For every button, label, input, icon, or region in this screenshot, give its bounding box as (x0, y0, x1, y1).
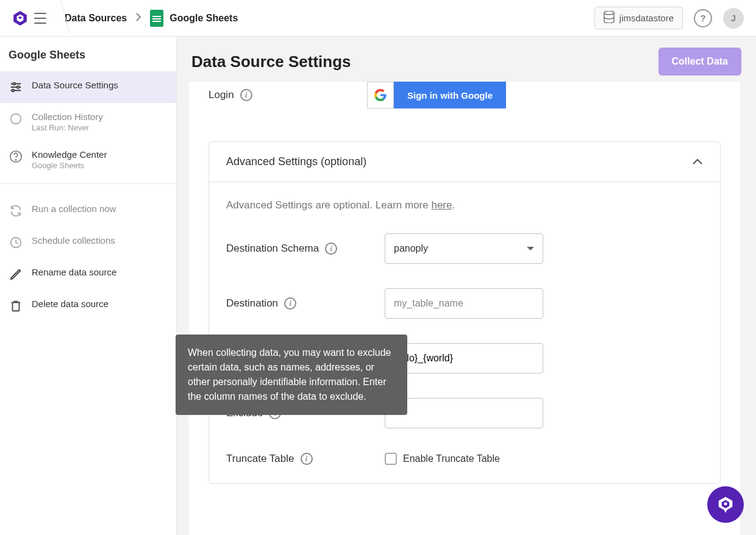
avatar[interactable]: J (723, 8, 744, 29)
svg-point-11 (724, 502, 727, 505)
sidebar-action-label: Rename data source (32, 267, 116, 277)
advanced-settings-toggle[interactable]: Advanced Settings (optional) (209, 142, 720, 182)
google-logo-icon (374, 88, 387, 102)
breadcrumb: Data Sources Google Sheets (65, 10, 238, 27)
svg-point-4 (17, 86, 20, 88)
svg-point-6 (12, 90, 15, 92)
chat-fab[interactable] (707, 486, 744, 523)
google-signin-button[interactable]: Sign in with Google (367, 82, 506, 108)
breadcrumb-current: Google Sheets (169, 13, 238, 24)
truncate-checkbox-label: Enable Truncate Table (403, 453, 500, 464)
svg-point-2 (13, 83, 15, 85)
destination-label: Destination (226, 297, 278, 310)
advanced-settings-heading: Advanced Settings (optional) (226, 155, 366, 168)
info-icon[interactable]: i (284, 297, 296, 310)
sidebar-item-sublabel: Google Sheets (32, 161, 107, 170)
chevron-up-icon (692, 157, 703, 168)
sidebar-item-label: Knowledge Center (32, 149, 107, 160)
google-sheets-icon (150, 10, 163, 27)
sidebar: Google Sheets Data Source Settings Colle… (0, 37, 177, 535)
sidebar-item-sublabel: Last Run: Never (32, 123, 103, 132)
info-icon[interactable]: i (325, 243, 337, 255)
truncate-checkbox[interactable] (385, 453, 397, 465)
sidebar-action-delete[interactable]: Delete data source (0, 290, 176, 322)
collect-data-button[interactable]: Collect Data (658, 48, 741, 76)
page-title: Data Source Settings (191, 52, 351, 71)
datastore-selector[interactable]: jimsdatastore (594, 7, 683, 29)
help-circle-icon (9, 149, 23, 164)
sidebar-item-label: Collection History (32, 112, 103, 122)
refresh-icon (9, 204, 23, 218)
destination-input[interactable] (394, 298, 534, 309)
sidebar-action-label: Delete data source (32, 299, 109, 309)
chevron-right-icon (135, 13, 141, 24)
sidebar-item-knowledge-center[interactable]: Knowledge Center Google Sheets (0, 141, 176, 179)
info-icon[interactable]: i (301, 453, 313, 465)
sidebar-action-label: Schedule collections (32, 235, 115, 246)
exclude-input[interactable] (394, 408, 534, 419)
database-icon (604, 11, 615, 25)
sidebar-title: Google Sheets (0, 37, 176, 71)
sliders-icon (9, 80, 23, 94)
help-icon[interactable]: ? (694, 9, 712, 27)
learn-more-link[interactable]: here (431, 199, 452, 211)
caret-down-icon (527, 247, 534, 250)
google-signin-label: Sign in with Google (394, 82, 506, 108)
clock-icon (9, 235, 23, 250)
destination-schema-select[interactable]: panoply (385, 233, 543, 264)
app-logo[interactable] (12, 10, 28, 26)
sidebar-item-label: Data Source Settings (32, 80, 118, 90)
sidebar-action-label: Run a collection now (32, 204, 116, 214)
pencil-icon (9, 267, 23, 282)
login-label: Login (209, 89, 234, 101)
sidebar-item-data-source-settings[interactable]: Data Source Settings (0, 71, 176, 103)
datastore-name: jimsdatastore (619, 13, 674, 23)
spinner-icon (9, 112, 23, 126)
primary-key-input[interactable] (394, 353, 534, 364)
info-icon[interactable]: i (240, 89, 252, 101)
breadcrumb-root[interactable]: Data Sources (65, 13, 127, 24)
advanced-hint: Advanced Settings are optional. Learn mo… (226, 199, 703, 211)
svg-point-0 (604, 11, 614, 15)
trash-icon (9, 299, 23, 313)
exclude-tooltip: When collecting data, you may want to ex… (176, 335, 407, 415)
svg-point-7 (11, 114, 21, 124)
sidebar-action-schedule[interactable]: Schedule collections (0, 227, 176, 258)
sidebar-action-run-collection[interactable]: Run a collection now (0, 195, 176, 227)
sidebar-action-rename[interactable]: Rename data source (0, 258, 176, 290)
sidebar-item-collection-history[interactable]: Collection History Last Run: Never (0, 103, 176, 141)
truncate-label: Truncate Table (226, 453, 294, 465)
destination-schema-label: Destination Schema (226, 243, 319, 255)
svg-point-9 (15, 160, 16, 160)
